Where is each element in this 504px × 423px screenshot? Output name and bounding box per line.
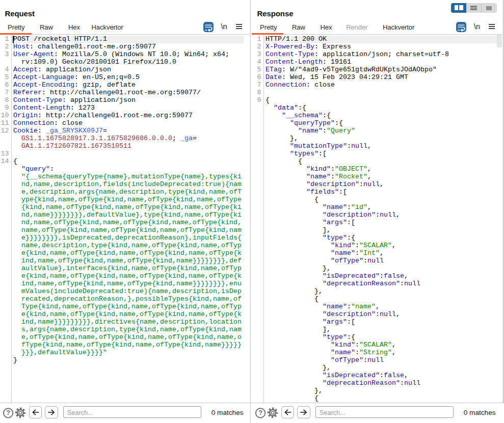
svg-text:?: ? <box>6 409 10 416</box>
svg-text:?: ? <box>258 409 262 416</box>
